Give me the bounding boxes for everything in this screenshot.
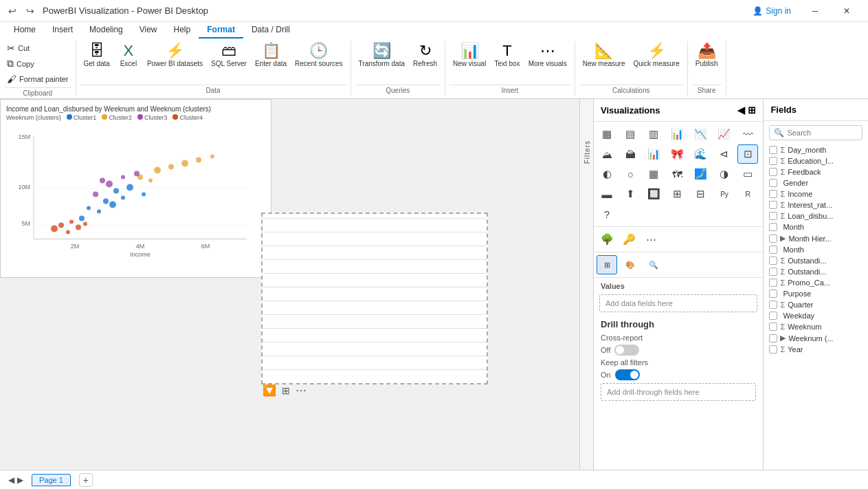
field-item-outstanding1[interactable]: Σ Outstandi...	[764, 255, 868, 266]
field-checkbox[interactable]	[769, 223, 777, 231]
viz-expand-icon[interactable]: ⊞	[748, 105, 756, 116]
field-item-quarter[interactable]: Σ Quarter	[764, 299, 868, 310]
viz-pie[interactable]: ◐	[597, 164, 617, 184]
keep-filters-toggle[interactable]	[615, 369, 640, 380]
field-checkbox[interactable]	[769, 168, 777, 176]
publish-button[interactable]: 📤 Publish	[692, 41, 722, 69]
tab-insert[interactable]: Insert	[44, 22, 81, 39]
build-tab-analytics[interactable]: 🔍	[643, 255, 664, 274]
viz-slicer[interactable]: 🔲	[643, 184, 664, 204]
field-item-feedback[interactable]: Σ Feedback	[764, 166, 868, 177]
scatter-panel[interactable]: Income and Loan_disbursed by Weeknum and…	[0, 99, 271, 278]
transform-data-button[interactable]: 🔄 Transform data	[355, 41, 408, 69]
sql-server-button[interactable]: 🗃 SQL Server	[208, 41, 250, 69]
viz-ribbon[interactable]: 🎀	[667, 144, 688, 164]
field-item-income[interactable]: Σ Income	[764, 188, 868, 199]
field-checkbox[interactable]	[769, 334, 777, 343]
field-checkbox[interactable]	[769, 179, 777, 187]
build-tab-format[interactable]: 🎨	[620, 255, 641, 274]
viz-column[interactable]: 📊	[667, 124, 688, 144]
viz-multi-row[interactable]: ▬	[597, 184, 617, 204]
text-box-panel[interactable]: 🔽 ⊞ ⋯	[261, 213, 488, 384]
add-page-button[interactable]: +	[79, 473, 93, 487]
field-item-year[interactable]: Σ Year	[764, 344, 868, 355]
viz-gauge[interactable]: ◑	[714, 164, 735, 184]
viz-area[interactable]: ⛰	[597, 144, 617, 164]
field-item-interest[interactable]: Σ Interest_rat...	[764, 199, 868, 210]
field-checkbox[interactable]	[769, 257, 777, 265]
field-item-purpose[interactable]: Purpose	[764, 288, 868, 299]
canvas-area[interactable]: Income and Loan_disbursed by Weeknum and…	[0, 99, 593, 470]
viz-kpi[interactable]: ⬆	[620, 184, 641, 204]
field-item-day-month[interactable]: Σ Day_month	[764, 144, 868, 155]
field-checkbox[interactable]	[769, 290, 777, 298]
text-box-button[interactable]: T Text box	[491, 41, 523, 69]
field-item-outstanding2[interactable]: Σ Outstandi...	[764, 266, 868, 277]
recent-sources-button[interactable]: 🕒 Recent sources	[291, 41, 346, 69]
add-data-field[interactable]: Add data fields here	[599, 294, 757, 312]
more-visuals-button[interactable]: ⋯ More visuals	[525, 41, 570, 69]
field-checkbox[interactable]	[769, 301, 777, 309]
minimize-button[interactable]: ─	[799, 0, 831, 22]
field-item-weekday[interactable]: Weekday	[764, 310, 868, 321]
copy-button[interactable]: ⧉ Copy	[4, 56, 71, 71]
field-item-education[interactable]: Σ Education_l...	[764, 155, 868, 166]
field-item-month-hier[interactable]: ▶ Month Hier...	[764, 232, 868, 244]
viz-python[interactable]: Py	[714, 184, 735, 204]
field-item-weeknum-cluster[interactable]: ▶ Weeknum (...	[764, 332, 868, 344]
field-checkbox[interactable]	[769, 146, 777, 154]
viz-key-influencers[interactable]: 🔑	[619, 230, 639, 249]
viz-100-bar[interactable]: ▥	[643, 124, 664, 144]
format-painter-button[interactable]: 🖌 Format painter	[4, 72, 71, 86]
new-visual-button[interactable]: 📊 New visual	[449, 41, 489, 69]
excel-button[interactable]: X Excel	[115, 41, 142, 69]
viz-bar-chart[interactable]: ▦	[597, 124, 617, 144]
viz-stacked-bar[interactable]: ▤	[620, 124, 641, 144]
refresh-button[interactable]: ↻ Refresh	[410, 41, 441, 69]
redo-icon[interactable]: ↪	[23, 4, 37, 18]
tab-modeling[interactable]: Modeling	[81, 22, 131, 39]
viz-more[interactable]: ⋯	[641, 230, 661, 249]
viz-funnel[interactable]: ⊲	[714, 144, 735, 164]
viz-filled-map[interactable]: 🗾	[691, 164, 711, 184]
field-item-promo[interactable]: Σ Promo_Ca...	[764, 277, 868, 288]
field-checkbox[interactable]	[769, 212, 777, 220]
more-options-icon[interactable]: ⋯	[296, 384, 307, 397]
field-item-gender[interactable]: Gender	[764, 177, 868, 188]
viz-decomp-tree[interactable]: 🌳	[597, 230, 617, 249]
viz-stacked-area[interactable]: 🏔	[620, 144, 641, 164]
get-data-button[interactable]: 🗄 Get data	[80, 41, 113, 69]
viz-line-col[interactable]: 📊	[643, 144, 664, 164]
field-checkbox[interactable]	[769, 323, 777, 331]
prev-page-button[interactable]: ◀	[8, 475, 14, 485]
field-checkbox[interactable]	[769, 345, 777, 354]
viz-waterfall[interactable]: 🌊	[691, 144, 711, 164]
fields-search-container[interactable]: 🔍	[769, 125, 863, 140]
field-checkbox[interactable]	[769, 235, 777, 243]
undo-icon[interactable]: ↩	[5, 4, 19, 18]
quick-measure-button[interactable]: ⚡ Quick measure	[630, 41, 682, 69]
viz-r[interactable]: R	[737, 184, 758, 204]
viz-donut[interactable]: ○	[620, 164, 641, 184]
viz-map[interactable]: 🗺	[667, 164, 688, 184]
viz-100-col[interactable]: 📈	[714, 124, 735, 144]
viz-back-icon[interactable]: ◀	[737, 105, 745, 116]
tab-home[interactable]: Home	[5, 22, 44, 39]
field-checkbox[interactable]	[769, 157, 777, 165]
field-item-month[interactable]: Month	[764, 221, 868, 232]
viz-matrix[interactable]: ⊟	[691, 184, 711, 204]
tab-view[interactable]: View	[131, 22, 166, 39]
field-checkbox[interactable]	[769, 201, 777, 209]
new-measure-button[interactable]: 📐 New measure	[579, 41, 629, 69]
tab-data-drill[interactable]: Data / Drill	[243, 22, 298, 39]
field-item-weeknum[interactable]: Σ Weeknum	[764, 321, 868, 332]
field-checkbox[interactable]	[769, 268, 777, 276]
viz-treemap[interactable]: ▦	[643, 164, 664, 184]
field-checkbox[interactable]	[769, 312, 777, 320]
viz-stacked-col[interactable]: 📉	[691, 124, 711, 144]
cross-report-toggle[interactable]	[614, 345, 639, 356]
next-page-button[interactable]: ▶	[17, 475, 23, 485]
field-item-month2[interactable]: Month	[764, 244, 868, 255]
viz-scatter[interactable]: ⊡	[737, 144, 758, 164]
focus-icon[interactable]: ⊞	[282, 385, 290, 396]
